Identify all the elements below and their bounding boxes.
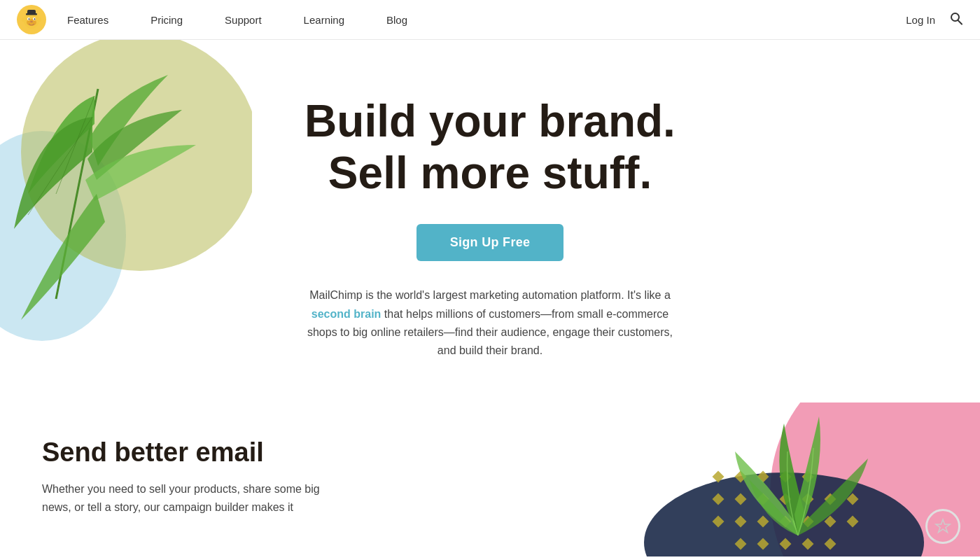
svg-point-1 bbox=[22, 18, 26, 22]
login-link[interactable]: Log In bbox=[906, 14, 935, 26]
hero-description: MailChimp is the world's largest marketi… bbox=[301, 286, 679, 360]
svg-line-12 bbox=[958, 20, 962, 24]
bottom-right-decorative-icon bbox=[925, 509, 960, 544]
nav-learning[interactable]: Learning bbox=[283, 0, 365, 40]
brand-logo[interactable] bbox=[17, 5, 46, 34]
hero-title: Build your brand. Sell more stuff. bbox=[14, 96, 966, 199]
navbar-right: Log In bbox=[906, 11, 963, 29]
bottom-section-title: Send better email bbox=[42, 438, 336, 468]
svg-point-2 bbox=[37, 18, 41, 22]
hero-content: Build your brand. Sell more stuff. Sign … bbox=[14, 96, 966, 360]
svg-point-7 bbox=[34, 18, 36, 20]
signup-free-button[interactable]: Sign Up Free bbox=[416, 224, 564, 261]
svg-point-8 bbox=[30, 21, 33, 22]
nav-links: Features Pricing Support Learning Blog bbox=[46, 0, 906, 40]
second-brain-link[interactable]: second brain bbox=[312, 308, 382, 320]
svg-rect-10 bbox=[27, 10, 36, 15]
bottom-section: Send better email Whether you need to se… bbox=[0, 402, 980, 556]
search-icon[interactable] bbox=[949, 11, 963, 29]
nav-blog[interactable]: Blog bbox=[365, 0, 428, 40]
bottom-section-description: Whether you need to sell your products, … bbox=[42, 480, 336, 517]
svg-point-6 bbox=[29, 18, 30, 20]
nav-support[interactable]: Support bbox=[204, 0, 283, 40]
navbar: Features Pricing Support Learning Blog L… bbox=[0, 0, 980, 40]
nav-features[interactable]: Features bbox=[46, 0, 130, 40]
bottom-text-block: Send better email Whether you need to se… bbox=[42, 430, 336, 517]
decorative-bottom-right bbox=[490, 402, 980, 556]
nav-pricing[interactable]: Pricing bbox=[130, 0, 204, 40]
hero-section: Build your brand. Sell more stuff. Sign … bbox=[0, 40, 980, 402]
